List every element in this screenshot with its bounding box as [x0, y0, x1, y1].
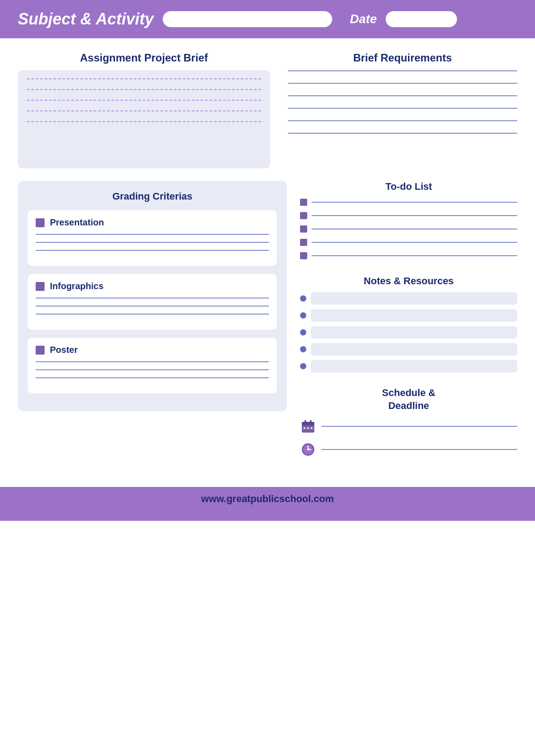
calendar-icon	[300, 418, 316, 434]
clock-icon	[300, 441, 316, 458]
notes-bar-2	[311, 309, 517, 322]
todo-title: To-do List	[300, 181, 517, 192]
criteria-name-poster: Poster	[50, 345, 78, 355]
req-line-6	[288, 133, 517, 134]
todo-item-4	[300, 239, 517, 246]
todo-square-4	[300, 239, 307, 246]
criteria-header-poster: Poster	[36, 345, 269, 355]
notes-dot-1	[300, 295, 306, 302]
svg-point-11	[307, 449, 309, 450]
project-brief-title: Assignment Project Brief	[18, 52, 270, 64]
criteria-line-po2	[36, 369, 269, 370]
brief-dashed-line-2	[27, 89, 261, 90]
criteria-header-infographics: Infographics	[36, 281, 269, 291]
req-line-2	[288, 83, 517, 84]
criteria-line-p2	[36, 242, 269, 243]
project-brief-section: Assignment Project Brief	[18, 52, 270, 168]
notes-bar-4	[311, 343, 517, 356]
criteria-line-po1	[36, 361, 269, 362]
notes-section: Notes & Resources	[300, 275, 517, 377]
svg-rect-1	[302, 422, 314, 425]
header: Subject & Activity Date	[0, 0, 535, 38]
main-content: Assignment Project Brief Brief Requireme…	[0, 38, 535, 478]
criteria-square-poster	[36, 346, 45, 355]
schedule-item-calendar	[300, 418, 517, 434]
brief-dashed-line-1	[27, 78, 261, 79]
notes-dot-4	[300, 346, 306, 352]
svg-rect-2	[305, 420, 306, 424]
schedule-line-clock	[321, 449, 517, 450]
todo-square-1	[300, 199, 307, 206]
criteria-square-presentation	[36, 218, 45, 227]
clock-svg	[301, 442, 315, 457]
footer: www.greatpublicschool.com	[0, 487, 535, 511]
svg-rect-3	[310, 420, 312, 424]
criteria-card-infographics: Infographics	[28, 274, 277, 330]
todo-item-5	[300, 252, 517, 259]
notes-bar-3	[311, 326, 517, 339]
notes-dot-2	[300, 312, 306, 319]
grading-title: Grading Criterias	[28, 191, 277, 202]
todo-line-5	[312, 255, 517, 256]
header-title: Subject & Activity	[18, 10, 154, 29]
sidebar: To-do List	[300, 181, 517, 469]
todo-item-2	[300, 212, 517, 219]
grading-section: Grading Criterias Presentation Infograph…	[18, 181, 287, 411]
calendar-svg	[301, 419, 315, 433]
brief-dashed-line-4	[27, 110, 261, 111]
criteria-line-po3	[36, 377, 269, 378]
criteria-card-presentation: Presentation	[28, 210, 277, 266]
criteria-name-infographics: Infographics	[50, 281, 103, 291]
notes-item-2	[300, 309, 517, 322]
notes-item-1	[300, 292, 517, 305]
svg-rect-6	[311, 427, 313, 429]
date-input[interactable]	[386, 11, 457, 27]
notes-item-5	[300, 360, 517, 372]
todo-line-4	[312, 242, 517, 243]
notes-item-3	[300, 326, 517, 339]
footer-url: www.greatpublicschool.com	[201, 493, 333, 504]
schedule-title: Schedule & Deadline	[300, 387, 517, 412]
notes-dot-5	[300, 363, 306, 369]
brief-requirements-title: Brief Requirements	[288, 52, 517, 64]
criteria-card-poster: Poster	[28, 338, 277, 393]
brief-dashed-line-3	[27, 100, 261, 101]
bottom-section: Grading Criterias Presentation Infograph…	[18, 181, 517, 469]
subject-input[interactable]	[163, 11, 332, 27]
todo-line-1	[312, 202, 517, 203]
todo-square-3	[300, 225, 307, 233]
project-brief-box	[18, 70, 270, 168]
req-line-4	[288, 108, 517, 109]
notes-bar-5	[311, 360, 517, 372]
req-line-3	[288, 95, 517, 96]
notes-dot-3	[300, 329, 306, 335]
todo-square-2	[300, 212, 307, 219]
svg-rect-4	[304, 427, 305, 429]
criteria-line-i2	[36, 306, 269, 306]
criteria-square-infographics	[36, 282, 45, 291]
notes-title: Notes & Resources	[300, 275, 517, 287]
svg-rect-5	[307, 427, 309, 429]
bottom-strip	[0, 511, 535, 521]
schedule-line-calendar	[321, 426, 517, 427]
notes-bar-1	[311, 292, 517, 305]
todo-square-5	[300, 252, 307, 259]
top-section: Assignment Project Brief Brief Requireme…	[18, 52, 517, 168]
notes-item-4	[300, 343, 517, 356]
schedule-title-text: Schedule & Deadline	[382, 387, 436, 411]
todo-item-3	[300, 225, 517, 233]
date-label: Date	[350, 12, 377, 26]
criteria-line-p3	[36, 250, 269, 251]
req-line-5	[288, 120, 517, 121]
criteria-line-i3	[36, 314, 269, 315]
criteria-header-presentation: Presentation	[36, 217, 269, 228]
criteria-line-i1	[36, 298, 269, 298]
schedule-section: Schedule & Deadline	[300, 387, 517, 465]
brief-dashed-line-5	[27, 121, 261, 122]
schedule-item-clock	[300, 441, 517, 458]
todo-item-1	[300, 199, 517, 206]
criteria-line-p1	[36, 234, 269, 235]
criteria-name-presentation: Presentation	[50, 217, 104, 228]
req-line-1	[288, 70, 517, 71]
brief-requirements-section: Brief Requirements	[288, 52, 517, 168]
